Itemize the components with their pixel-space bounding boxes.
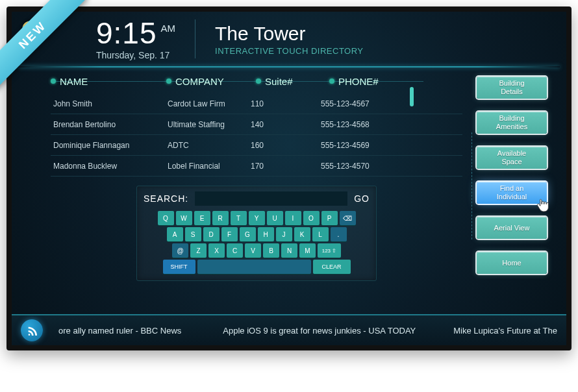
cell-suite: 110 (251, 99, 321, 108)
key-shift[interactable]: SHIFT (163, 260, 195, 274)
side-divider (471, 132, 472, 239)
key-l[interactable]: L (312, 227, 329, 241)
key-period[interactable]: . (331, 227, 347, 241)
cell-phone: 555-123-4567 (321, 99, 412, 108)
key-h[interactable]: H (258, 227, 274, 241)
key-u[interactable]: U (267, 211, 283, 225)
table-row[interactable]: Brendan Bertolino Ultimate Staffing 140 … (51, 114, 462, 135)
table-row[interactable]: Madonna Bucklew Lobel Financial 170 555-… (51, 156, 462, 177)
nav-home[interactable]: Home (477, 252, 547, 274)
nav-building-amenities[interactable]: BuildingAmenities (477, 112, 547, 134)
key-v[interactable]: V (245, 243, 261, 258)
key-b[interactable]: B (263, 243, 279, 258)
go-button[interactable]: GO (354, 193, 370, 204)
scrollbar-thumb[interactable] (410, 87, 414, 106)
nav-aerial-view[interactable]: Aerial View (477, 217, 547, 239)
search-panel: SEARCH: GO QWERTYUIOP⌫ ASDFGHJKL. @ZXCVB… (136, 186, 377, 281)
search-input[interactable] (195, 191, 347, 206)
col-name: NAME (60, 76, 88, 87)
cell-company: Ultimate Staffing (168, 120, 251, 129)
key-r[interactable]: R (212, 211, 229, 225)
key-c[interactable]: C (227, 243, 243, 258)
col-phone: PHONE# (338, 76, 379, 87)
key-i[interactable]: I (285, 211, 301, 225)
key-w[interactable]: W (176, 211, 192, 225)
key-p[interactable]: P (321, 211, 338, 225)
key-e[interactable]: E (194, 211, 210, 225)
nav-available-space[interactable]: AvailableSpace (477, 147, 547, 169)
directory-table: John Smith Cardot Law Firm 110 555-123-4… (51, 93, 462, 177)
key-a[interactable]: A (167, 227, 183, 241)
cell-company: Cardot Law Firm (168, 99, 251, 108)
clock-block: 9:15 AM Thursday, Sep. 17 (96, 18, 175, 60)
search-label: SEARCH: (144, 193, 188, 204)
key-y[interactable]: Y (249, 211, 265, 225)
ticker-item: Mike Lupica's Future at The (453, 326, 557, 336)
cell-phone: 555-123-4568 (321, 120, 412, 129)
table-row[interactable]: Dominique Flannagan ADTC 160 555-123-456… (51, 135, 462, 156)
key-space[interactable] (197, 260, 311, 274)
cell-phone: 555-123-4570 (321, 162, 412, 171)
page-title: The Tower (215, 23, 364, 45)
page-subtitle: INTERACTIVE TOUCH DIRECTORY (215, 46, 364, 56)
table-row[interactable]: John Smith Cardot Law Firm 110 555-123-4… (51, 93, 462, 114)
key-k[interactable]: K (294, 227, 310, 241)
col-company: COMPANY (175, 76, 224, 87)
cell-company: ADTC (168, 141, 251, 150)
cell-name: Dominique Flannagan (51, 141, 168, 150)
cell-phone: 555-123-4569 (321, 141, 412, 150)
clock-ampm: AM (161, 23, 176, 33)
key-x[interactable]: X (208, 243, 225, 258)
cell-suite: 140 (251, 120, 321, 129)
key-backspace[interactable]: ⌫ (340, 211, 356, 225)
key-q[interactable]: Q (158, 211, 174, 225)
cell-name: Madonna Bucklew (51, 162, 168, 171)
key-s[interactable]: S (185, 227, 201, 241)
key-f[interactable]: F (221, 227, 238, 241)
key-at[interactable]: @ (172, 243, 188, 258)
key-clear[interactable]: CLEAR (313, 260, 351, 274)
col-suite: Suite# (265, 76, 293, 87)
ticker-item: Apple iOS 9 is great for news junkies - … (223, 326, 416, 336)
cell-company: Lobel Financial (168, 162, 251, 171)
cell-suite: 170 (251, 162, 321, 171)
nav-building-details[interactable]: BuildingDetails (477, 77, 547, 99)
side-nav: BuildingDetails BuildingAmenities Availa… (469, 67, 566, 285)
header-divider (195, 19, 195, 58)
key-g[interactable]: G (240, 227, 256, 241)
news-ticker: ore ally named ruler - BBC News Apple iO… (12, 314, 566, 345)
ticker-item: ore ally named ruler - BBC News (58, 326, 181, 336)
key-o[interactable]: O (303, 211, 320, 225)
rss-icon[interactable] (21, 319, 43, 341)
key-d[interactable]: D (203, 227, 220, 241)
cell-name: John Smith (51, 99, 168, 108)
key-numtoggle[interactable]: 123 ⇧ (318, 243, 341, 258)
cell-name: Brendan Bertolino (51, 120, 168, 129)
clock-date: Thursday, Sep. 17 (96, 51, 175, 60)
key-t[interactable]: T (231, 211, 247, 225)
cursor-hand-icon (534, 196, 552, 214)
key-m[interactable]: M (299, 243, 316, 258)
key-n[interactable]: N (281, 243, 297, 258)
key-j[interactable]: J (276, 227, 292, 241)
onscreen-keyboard: QWERTYUIOP⌫ ASDFGHJKL. @ZXCVBNM123 ⇧ SHI… (144, 211, 370, 274)
clock-time: 9:15 (96, 18, 157, 48)
cell-suite: 160 (251, 141, 321, 150)
key-z[interactable]: Z (190, 243, 207, 258)
table-header: NAME COMPANY Suite# PHONE# (51, 71, 462, 91)
